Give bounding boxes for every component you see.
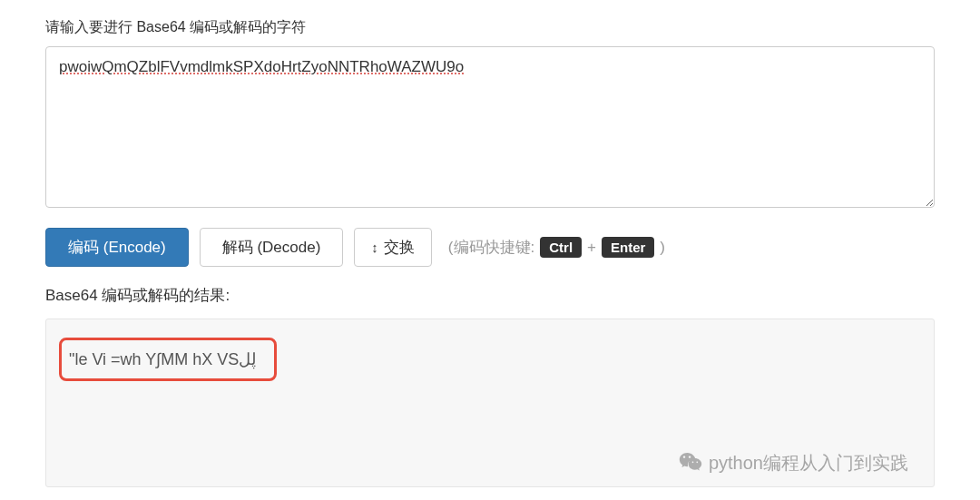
decode-button[interactable]: 解码 (Decode)	[200, 228, 344, 267]
output-highlight-box: "le Vi =wh Y∫MM hX VSڸل	[59, 338, 277, 381]
encode-button[interactable]: 编码 (Encode)	[45, 228, 189, 267]
shortcut-plus: +	[587, 239, 596, 257]
watermark: python编程从入门到实践	[678, 450, 908, 475]
kbd-ctrl: Ctrl	[540, 237, 582, 258]
swap-label: 交换	[384, 237, 415, 258]
shortcut-hint: (编码快捷键: Ctrl + Enter )	[448, 237, 665, 258]
kbd-enter: Enter	[602, 237, 654, 258]
shortcut-prefix: (编码快捷键:	[448, 237, 534, 258]
action-button-row: 编码 (Encode) 解码 (Decode) ↕ 交换 (编码快捷键: Ctr…	[45, 228, 935, 267]
input-textarea[interactable]	[45, 46, 935, 208]
input-label: 请输入要进行 Base64 编码或解码的字符	[45, 18, 935, 37]
result-label: Base64 编码或解码的结果:	[45, 285, 935, 306]
swap-icon: ↕	[371, 240, 378, 255]
watermark-text: python编程从入门到实践	[709, 451, 908, 475]
shortcut-suffix: )	[660, 239, 665, 257]
output-area: "le Vi =wh Y∫MM hX VSڸل python编程从入门到实践	[45, 319, 935, 487]
output-text: "le Vi =wh Y∫MM hX VSڸل	[69, 350, 256, 368]
wechat-icon	[678, 450, 703, 475]
swap-button[interactable]: ↕ 交换	[354, 228, 432, 267]
